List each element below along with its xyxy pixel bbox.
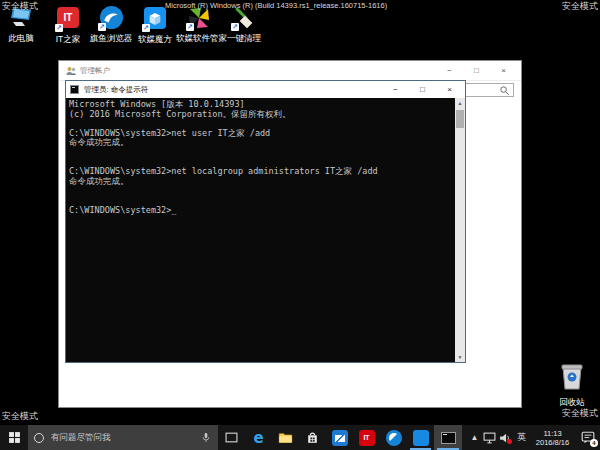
cmd-icon [441, 432, 456, 444]
taskbar-edge-button[interactable]: e [245, 425, 272, 450]
cmd-output: Microsoft Windows [版本 10.0.14393](c) 201… [69, 100, 453, 362]
volume-tray-button[interactable] [497, 425, 514, 450]
clock-time: 11:13 [536, 429, 569, 438]
monitor-icon [483, 432, 496, 444]
ithome-icon: IT ↗ [56, 7, 80, 31]
desktop-icon-label: 软媒软件管家 [176, 33, 222, 45]
cmd-console-area[interactable]: Microsoft Windows [版本 10.0.14393](c) 201… [66, 98, 465, 362]
safe-mode-label-top-right: 安全模式 [562, 0, 598, 13]
show-hidden-icons-button[interactable]: ▲ [468, 425, 481, 450]
scrollbar-thumb[interactable] [456, 110, 464, 128]
search-icon [499, 85, 510, 96]
command-prompt-window: 管理员: 命令提示符 − □ × Microsoft Windows [版本 1… [65, 80, 466, 363]
taskbar-mail-button[interactable] [326, 425, 353, 450]
taskbar-file-explorer-button[interactable] [272, 425, 299, 450]
cmd-titlebar[interactable]: 管理员: 命令提示符 − □ × [66, 81, 465, 98]
ithome-icon: IT [359, 430, 375, 446]
desktop-icon-label: 此电脑 [0, 33, 44, 45]
cortana-icon [34, 433, 44, 443]
cmd-line: 命令成功完成。 [69, 177, 453, 187]
safe-mode-label-bottom-right: 安全模式 [562, 407, 598, 420]
users-icon [65, 65, 77, 77]
mail-icon [332, 430, 348, 446]
swordfish-browser-icon: ↗ [99, 6, 123, 30]
task-view-icon [225, 432, 238, 443]
accounts-maximize-button[interactable]: □ [463, 61, 490, 81]
mute-indicator [507, 439, 512, 444]
cmd-line: C:\WINDOWS\system32>_ [69, 206, 453, 216]
windows-logo-icon [8, 431, 21, 444]
shortcut-arrow-icon: ↗ [55, 24, 63, 32]
cmd-maximize-button[interactable]: □ [409, 81, 436, 98]
display-tray-button[interactable] [481, 425, 497, 450]
accounts-window-titlebar[interactable]: 管理帐户 − □ × [59, 61, 521, 81]
scroll-down-icon[interactable]: ▼ [455, 352, 465, 362]
taskbar-store-button[interactable] [299, 425, 326, 450]
cmd-line [69, 148, 453, 158]
store-icon [306, 431, 319, 445]
clock-date: 2016/8/16 [536, 438, 569, 447]
taskbar-ithome-button[interactable]: IT [353, 425, 380, 450]
desktop-icon-label: IT之家 [45, 34, 91, 46]
cube-app-icon [413, 430, 429, 446]
desktop-icon-ithome[interactable]: IT ↗ IT之家 [45, 6, 91, 46]
cmd-line: (c) 2016 Microsoft Corporation。保留所有权利。 [69, 110, 453, 120]
notification-count-badge: 4 [590, 439, 598, 447]
task-view-button[interactable] [218, 425, 245, 450]
taskbar-cmd-button-active[interactable] [434, 425, 462, 450]
cube-app-icon: ↗ [143, 7, 167, 31]
desktop-icon-one-key-clean[interactable]: ↗ 一键清理 [221, 6, 267, 45]
recycle-bin-icon [559, 361, 585, 391]
accounts-minimize-button[interactable]: − [436, 61, 463, 81]
taskbar: 有问题尽管问我 e [0, 425, 600, 450]
edge-icon: e [253, 429, 263, 447]
taskbar-qiyu-browser-button[interactable] [380, 425, 407, 450]
search-placeholder: 有问题尽管问我 [51, 432, 200, 444]
shortcut-arrow-icon: ↗ [142, 24, 150, 32]
cortana-search-box[interactable]: 有问题尽管问我 [28, 425, 218, 450]
start-button[interactable] [0, 425, 28, 450]
accounts-close-button[interactable]: × [490, 61, 517, 81]
language-indicator[interactable]: 英 [514, 425, 529, 450]
taskbar-mofang-button[interactable] [407, 425, 434, 450]
cmd-icon [70, 85, 79, 94]
cmd-window-title: 管理员: 命令提示符 [84, 85, 148, 95]
cmd-line [69, 186, 453, 196]
cmd-close-button[interactable]: × [436, 81, 463, 98]
accounts-window-title: 管理帐户 [80, 66, 110, 76]
shortcut-arrow-icon: ↗ [186, 23, 194, 31]
safe-mode-label-top-left: 安全模式 [2, 0, 38, 13]
cmd-minimize-button[interactable]: − [382, 81, 409, 98]
microphone-icon[interactable] [200, 431, 212, 445]
shortcut-arrow-icon: ↗ [98, 23, 106, 31]
desktop-icon-ruanmei-manager[interactable]: ↗ 软媒软件管家 [176, 6, 222, 45]
system-tray: ▲ 英 11:13 2016/8/16 [468, 425, 600, 450]
safe-mode-label-bottom-left: 安全模式 [2, 410, 38, 423]
folder-icon [278, 431, 293, 444]
scroll-up-icon[interactable]: ▲ [455, 98, 465, 108]
desktop-icon-label: 软媒魔方 [132, 34, 178, 46]
shortcut-arrow-icon: ↗ [231, 23, 239, 31]
action-center-button[interactable]: 4 [576, 425, 600, 450]
desktop-icon-qiyu-browser[interactable]: ↗ 旗鱼浏览器 [88, 6, 134, 45]
taskbar-clock[interactable]: 11:13 2016/8/16 [529, 425, 576, 450]
desktop-icon-label: 一键清理 [221, 33, 267, 45]
swordfish-browser-icon [386, 430, 402, 446]
desktop-icon-recycle-bin[interactable]: 回收站 [549, 361, 595, 409]
cmd-line: 命令成功完成。 [69, 138, 453, 148]
windows-build-text: Microsoft (R) Windows (R) (Build 14393.r… [165, 1, 387, 10]
cmd-scrollbar[interactable]: ▲ ▼ [455, 98, 465, 362]
desktop-icon-label: 旗鱼浏览器 [88, 33, 134, 45]
desktop-icon-ruanmei-mofang[interactable]: ↗ 软媒魔方 [132, 6, 178, 46]
desktop: 安全模式 安全模式 安全模式 安全模式 Microsoft (R) Window… [0, 0, 600, 450]
